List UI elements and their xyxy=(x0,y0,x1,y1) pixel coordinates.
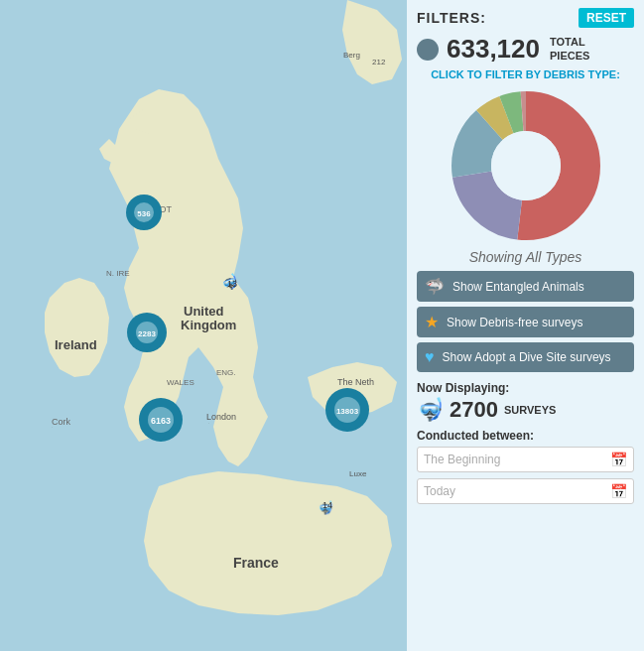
svg-text:Cork: Cork xyxy=(52,417,71,427)
calendar-start-icon[interactable]: 📅 xyxy=(610,452,627,467)
debris-free-label: Show Debris-free surveys xyxy=(447,316,582,329)
date-end-row[interactable]: 📅 xyxy=(417,478,634,504)
date-start-row[interactable]: 📅 xyxy=(417,447,634,472)
show-entangled-animals-button[interactable]: 🦈 Show Entangled Animals xyxy=(417,271,634,302)
shark-icon: 🦈 xyxy=(425,277,445,296)
svg-text:WALES: WALES xyxy=(167,378,194,387)
diver-icon: 🤿 xyxy=(417,397,444,423)
total-pieces-row: 633,120 TOTALPIECES xyxy=(417,34,634,65)
now-displaying-label: Now Displaying: xyxy=(417,381,634,395)
svg-text:212: 212 xyxy=(372,58,386,66)
show-debris-free-button[interactable]: ★ Show Debris-free surveys xyxy=(417,307,634,337)
donut-chart-container[interactable]: Showing All Types xyxy=(417,86,634,265)
date-start-input[interactable] xyxy=(424,453,610,466)
svg-text:13: 13 xyxy=(227,279,237,289)
total-label: TOTALPIECES xyxy=(550,36,589,62)
svg-text:536: 536 xyxy=(137,209,151,218)
svg-text:London: London xyxy=(206,412,236,422)
reset-button[interactable]: RESET xyxy=(579,8,634,28)
total-circle-icon xyxy=(417,39,439,61)
show-adopt-dive-button[interactable]: ♥ Show Adopt a Dive Site surveys xyxy=(417,342,634,372)
conducted-between-label: Conducted between: xyxy=(417,429,634,443)
click-filter-label: CLICK TO FILTER BY DEBRIS TYPE: xyxy=(417,68,634,80)
calendar-end-icon[interactable]: 📅 xyxy=(610,483,627,499)
svg-text:Berg: Berg xyxy=(343,51,360,60)
filters-header: FILTERS: RESET xyxy=(417,8,634,28)
star-icon: ★ xyxy=(425,313,439,331)
svg-text:2283: 2283 xyxy=(138,329,156,338)
svg-text:14: 14 xyxy=(322,500,332,510)
heart-icon: ♥ xyxy=(425,348,435,366)
donut-chart xyxy=(447,86,605,245)
svg-text:N. IRE: N. IRE xyxy=(106,269,130,278)
svg-text:ENG.: ENG. xyxy=(216,368,236,377)
svg-text:United: United xyxy=(184,304,224,319)
svg-point-40 xyxy=(491,131,561,200)
total-number: 633,120 xyxy=(447,34,540,65)
svg-text:Luxe: Luxe xyxy=(349,469,367,478)
map-svg: 🤿 🤿 United Kingdom Ireland France London… xyxy=(0,0,407,651)
svg-text:The Neth: The Neth xyxy=(337,377,374,387)
date-end-input[interactable] xyxy=(424,484,610,498)
svg-text:13803: 13803 xyxy=(336,407,359,416)
svg-text:Kingdom: Kingdom xyxy=(181,318,236,332)
entangled-label: Show Entangled Animals xyxy=(452,280,584,294)
surveys-label: SURVEYS xyxy=(504,404,556,416)
sidebar: FILTERS: RESET 633,120 TOTALPIECES CLICK… xyxy=(407,0,644,651)
map-container[interactable]: 🤿 🤿 United Kingdom Ireland France London… xyxy=(0,0,407,651)
showing-all-types-label: Showing All Types xyxy=(469,249,582,265)
svg-text:France: France xyxy=(233,555,279,571)
surveys-row: 🤿 2700 SURVEYS xyxy=(417,397,634,423)
svg-text:Ireland: Ireland xyxy=(55,337,97,352)
svg-text:6163: 6163 xyxy=(151,416,171,426)
adopt-dive-label: Show Adopt a Dive Site surveys xyxy=(443,350,611,364)
filters-label: FILTERS: xyxy=(417,10,486,26)
surveys-number: 2700 xyxy=(450,397,498,423)
